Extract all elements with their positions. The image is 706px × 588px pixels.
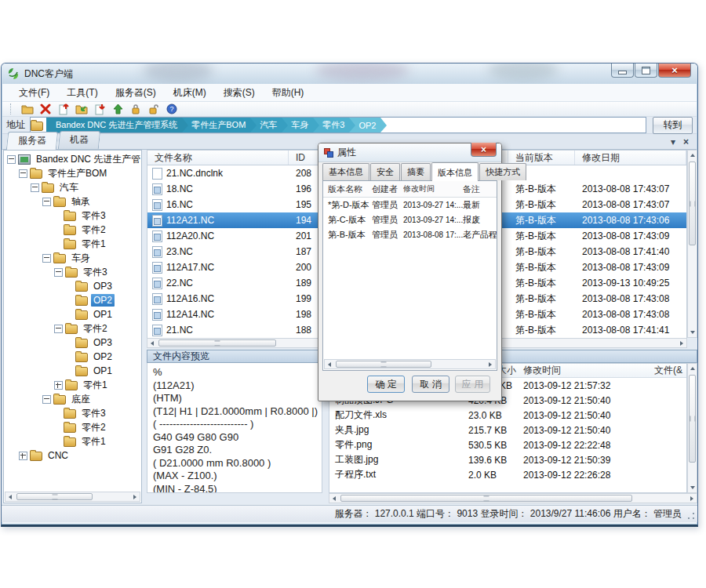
collapse-icon[interactable] bbox=[42, 395, 51, 404]
collapse-icon[interactable] bbox=[42, 254, 51, 263]
panel-menu-icon[interactable]: ▾ bbox=[671, 136, 675, 147]
upload-arrow-icon[interactable] bbox=[111, 103, 125, 116]
scroll-down-icon[interactable] bbox=[690, 486, 695, 489]
attachment-vscrollbar[interactable] bbox=[687, 363, 697, 493]
tree-item[interactable]: OP2 bbox=[4, 350, 140, 364]
menu-item[interactable]: 文件(F) bbox=[10, 84, 58, 102]
collapse-icon[interactable] bbox=[7, 155, 16, 164]
scroll-right-icon[interactable] bbox=[133, 495, 136, 499]
tree-hscrollbar[interactable] bbox=[5, 492, 140, 502]
dialog-title-bar[interactable]: 属性 × bbox=[318, 143, 501, 162]
dialog-tab[interactable]: 摘要 bbox=[401, 163, 431, 180]
version-row[interactable]: 第-C-版本管理员2013-09-27 14:...报废 bbox=[323, 212, 497, 227]
scroll-thumb[interactable] bbox=[16, 493, 93, 500]
attachment-hscrollbar[interactable] bbox=[329, 493, 697, 503]
tree-item[interactable]: 轴承 bbox=[4, 194, 140, 209]
tree-item[interactable]: OP3 bbox=[4, 279, 140, 293]
scroll-up-icon[interactable] bbox=[690, 367, 695, 370]
tree-item[interactable]: CNC bbox=[4, 448, 140, 463]
dialog-hscrollbar[interactable] bbox=[324, 359, 496, 369]
tree-item[interactable]: 零件3 bbox=[4, 209, 140, 223]
receive-folder-icon[interactable] bbox=[75, 103, 89, 116]
tree-item[interactable]: 汽车 bbox=[4, 180, 140, 194]
scroll-thumb[interactable] bbox=[689, 375, 696, 463]
checkout-file-icon[interactable] bbox=[93, 103, 107, 116]
dialog-tab[interactable]: 安全 bbox=[370, 163, 400, 180]
collapse-icon[interactable] bbox=[54, 325, 63, 333]
cancel-button[interactable]: 取 消 bbox=[412, 376, 449, 393]
scroll-left-icon[interactable] bbox=[328, 362, 331, 367]
tree-item[interactable]: 车身 bbox=[4, 251, 140, 265]
menu-item[interactable]: 机床(M) bbox=[165, 84, 215, 102]
attachment-row[interactable]: 配刀文件.xls23.0 KB2013-09-12 21:50:40 bbox=[329, 408, 686, 423]
restore-button[interactable] bbox=[635, 64, 657, 78]
tree-item[interactable]: 零件2 bbox=[4, 223, 140, 237]
scroll-thumb[interactable] bbox=[158, 339, 276, 347]
apply-button[interactable]: 应 用 bbox=[455, 376, 490, 393]
dialog-tab[interactable]: 版本信息 bbox=[431, 162, 479, 181]
column-header-name[interactable]: 文件名称 bbox=[147, 151, 289, 165]
dialog-tab[interactable]: 基本信息 bbox=[322, 163, 369, 180]
tree-item[interactable]: OP1 bbox=[4, 364, 140, 378]
tree-item[interactable]: 零件生产BOM bbox=[4, 166, 140, 180]
title-bar[interactable]: DNC客户端 × bbox=[2, 64, 697, 84]
scroll-thumb[interactable] bbox=[340, 495, 632, 502]
new-folder-icon[interactable] bbox=[20, 103, 35, 116]
tab-server[interactable]: 服务器 bbox=[6, 132, 58, 150]
scroll-left-icon[interactable] bbox=[333, 496, 336, 501]
dialog-close-button[interactable]: × bbox=[471, 143, 497, 157]
collapse-icon[interactable] bbox=[31, 183, 39, 192]
address-field[interactable]: Bandex DNC 先进生产管理系统零件生产BOM汽车车身零件3OP2 bbox=[30, 117, 646, 133]
scroll-left-icon[interactable] bbox=[9, 495, 12, 499]
panel-close-icon[interactable]: × bbox=[683, 136, 689, 147]
go-button[interactable]: 转到 bbox=[653, 117, 693, 134]
tree-item[interactable]: 零件3 bbox=[4, 406, 140, 420]
checkin-file-icon[interactable] bbox=[56, 103, 71, 116]
lock-icon[interactable] bbox=[129, 103, 143, 116]
tree-item[interactable]: OP1 bbox=[4, 307, 140, 321]
tree-item[interactable]: 零件2 bbox=[4, 420, 140, 434]
column-header-date[interactable]: 修改日期 bbox=[575, 151, 686, 165]
expand-icon[interactable] bbox=[19, 452, 27, 460]
version-row[interactable]: 第-B-版本管理员2013-08-08 17:...老产品程序 bbox=[323, 227, 497, 242]
column-header-remark[interactable]: 备注 bbox=[463, 183, 497, 195]
tree-item[interactable]: 零件1 bbox=[4, 434, 140, 448]
tree-item[interactable]: 零件3 bbox=[4, 265, 140, 279]
scroll-down-icon[interactable] bbox=[690, 331, 695, 334]
resize-grip-icon[interactable] bbox=[687, 512, 695, 520]
attachment-row[interactable]: 子程序.txt2.0 KB2013-09-12 22:26:28 bbox=[329, 467, 686, 482]
attachment-row[interactable]: 夹具.jpg215.7 KB2013-09-12 21:50:40 bbox=[329, 423, 686, 437]
column-header-modified[interactable]: 修改时间 bbox=[403, 183, 463, 194]
column-header-version-name[interactable]: 版本名称 bbox=[323, 183, 372, 195]
minimize-button[interactable] bbox=[611, 64, 634, 78]
tree-item[interactable]: Bandex DNC 先进生产管理系统 bbox=[4, 152, 140, 166]
column-header-creator[interactable]: 创建者 bbox=[372, 183, 403, 195]
attachment-row[interactable]: 工装图.jpg139.6 KB2013-09-12 21:50:39 bbox=[329, 452, 686, 467]
scroll-left-icon[interactable] bbox=[151, 341, 154, 346]
menu-item[interactable]: 工具(T) bbox=[58, 84, 106, 102]
delete-icon[interactable] bbox=[38, 103, 53, 116]
breadcrumb-segment[interactable]: 零件生产BOM bbox=[182, 118, 250, 132]
tree-item[interactable]: 底座 bbox=[4, 392, 140, 406]
close-button[interactable]: × bbox=[658, 64, 691, 78]
column-header-file[interactable]: 文件(& bbox=[654, 364, 686, 377]
scroll-thumb[interactable] bbox=[689, 162, 696, 245]
expand-icon[interactable] bbox=[54, 381, 63, 390]
column-header-mtime[interactable]: 修改时间 bbox=[519, 364, 654, 377]
collapse-icon[interactable] bbox=[42, 198, 51, 206]
tree-item[interactable]: OP2 bbox=[4, 293, 140, 307]
tree-item[interactable]: OP3 bbox=[4, 336, 140, 350]
ok-button[interactable]: 确 定 bbox=[367, 376, 405, 393]
tree-item[interactable]: 零件2 bbox=[4, 321, 140, 336]
unlock-icon[interactable] bbox=[147, 103, 161, 116]
version-row[interactable]: *第-D-版本管理员2013-09-27 14:...最新 bbox=[323, 198, 497, 212]
scroll-up-icon[interactable] bbox=[690, 154, 695, 157]
file-list-vscrollbar[interactable] bbox=[687, 150, 697, 338]
scroll-right-icon[interactable] bbox=[680, 341, 683, 346]
dialog-tab[interactable]: 快捷方式 bbox=[479, 163, 526, 180]
attachment-row[interactable]: 零件.png530.5 KB2013-09-12 22:22:48 bbox=[329, 437, 686, 452]
help-icon[interactable]: ? bbox=[165, 103, 179, 116]
collapse-icon[interactable] bbox=[19, 169, 27, 178]
menu-item[interactable]: 搜索(S) bbox=[215, 84, 264, 102]
collapse-icon[interactable] bbox=[54, 268, 63, 277]
